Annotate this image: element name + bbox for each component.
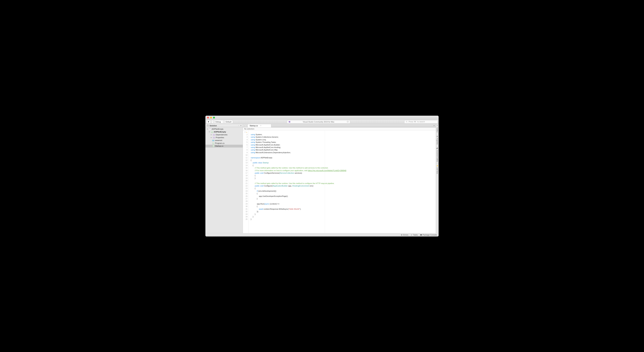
nav-forward-button[interactable]: › [246,125,247,127]
properties-icon: 🗉 [436,135,438,137]
error-icon [401,234,402,236]
dependencies-node[interactable]: ▸ Dependencies [206,133,243,136]
svg-text:C#: C# [212,146,214,147]
wwwroot-node[interactable]: wwwroot [206,139,243,142]
tab-nav: ‹ › [243,124,248,127]
toolbar: Debug › Default Visual Studio Community … [206,120,438,124]
lightbulb-icon[interactable]: ⬥ [246,131,248,133]
disclosure-open-icon[interactable]: ▾ [208,131,210,133]
solution-pad: Solution ▫ × ▾ ASPNetEmpty ▾ C# ASPNetEm… [206,124,243,233]
title-display[interactable]: Visual Studio Community 2019 for Mac ? [287,120,350,124]
csharp-file-icon: C# [212,145,214,147]
solution-node[interactable]: ▾ ASPNetEmpty [206,128,243,131]
program-cs-node[interactable]: C# Program.cs [206,142,243,145]
wwwroot-label: wwwroot [215,139,222,141]
svg-point-3 [406,121,407,122]
target-icon [223,121,225,123]
solution-label: ASPNetEmpty [212,128,224,130]
config-icon [213,121,214,123]
toolbox-label: Toolbox [436,127,438,133]
tests-icon: ⚡ [436,165,438,167]
tab-close-button[interactable]: × [260,125,261,127]
code-editor[interactable]: 1⬥2 3 4 5 6 7 8 9 10 11 12 13 14 15 16 1… [243,131,436,233]
zoom-window-button[interactable] [213,117,215,119]
search-icon [406,121,408,123]
csharp-file-icon: C# [212,142,214,144]
run-config-selector[interactable]: Debug › Default [212,120,233,124]
svg-rect-8 [210,129,210,129]
titlebar [206,116,438,120]
errors-label: Errors [403,234,408,236]
window-controls [206,117,215,119]
svg-rect-5 [207,125,208,126]
body: Solution ▫ × ▾ ASPNetEmpty ▾ C# ASPNetEm… [206,124,438,233]
tab-overflow-button[interactable]: ▼ [433,125,435,127]
config-label: Debug [216,121,221,123]
pad-options-button[interactable]: ▫ [238,125,240,127]
play-icon [208,121,210,123]
editor-tab-startup[interactable]: Startup.cs × [248,124,271,127]
editor-area: ‹ › Startup.cs × ▼ No selection 1⬥2 3 4 … [243,124,436,233]
console-icon [420,234,422,236]
run-button[interactable] [206,120,211,124]
properties-node[interactable]: ▸ Properties [206,136,243,139]
target-label: Default [226,121,232,123]
document-outline-pad-tab[interactable]: 🗊Document Outline [436,146,438,163]
toolbox-icon: T [437,125,438,127]
svg-marker-0 [208,121,209,123]
svg-line-4 [407,122,407,122]
pad-close-button[interactable]: × [240,125,242,127]
solution-pad-icon [206,125,209,127]
svg-text:C#: C# [211,131,213,133]
ide-window: Debug › Default Visual Studio Community … [206,116,438,236]
svg-rect-16 [420,234,422,235]
help-icon[interactable]: ? [347,121,349,123]
svg-text:?: ? [348,121,348,122]
editor-tab-bar: ‹ › Startup.cs × ▼ [243,124,436,128]
folder-icon [213,136,215,139]
breadcrumb-bar[interactable]: No selection [243,128,436,131]
tab-bar-rest: ▼ [271,124,436,127]
toolbox-pad-tab[interactable]: TToolbox [436,124,438,134]
outline-label: Document Outline [436,150,438,162]
startup-cs-node[interactable]: C# Startup.cs [206,145,243,148]
folder-icon [213,134,215,136]
project-label: ASPNetEmpty [214,131,226,133]
chevron-right-icon: › [222,121,222,123]
tasks-label: Tasks [413,234,418,236]
outline-icon: 🗊 [436,148,438,149]
solution-tree: ▾ ASPNetEmpty ▾ C# ASPNetEmpty ▸ Depende… [206,127,243,148]
global-search[interactable]: Press '⌘.' to search [404,120,438,124]
unit-tests-pad-tab[interactable]: ⚡Unit Tests [436,164,438,175]
package-console-status[interactable]: Package Console [420,234,437,236]
csproj-icon: C# [211,131,213,133]
properties-label: Properties [216,137,224,139]
minimize-window-button[interactable] [210,117,212,119]
app-title-label: Visual Studio Community 2019 for Mac [303,121,334,123]
nav-back-button[interactable]: ‹ [244,125,245,127]
solution-pad-title: Solution [210,125,217,127]
line-gutter: 1⬥2 3 4 5 6 7 8 9 10 11 12 13 14 15 16 1… [243,131,249,233]
program-cs-label: Program.cs [215,142,224,144]
check-icon [410,234,412,236]
properties-pad-label: Properties [436,138,438,145]
close-window-button[interactable] [207,117,209,119]
disclosure-open-icon[interactable]: ▾ [206,128,208,130]
solution-icon [209,128,211,130]
web-folder-icon [212,139,214,142]
solution-pad-header: Solution ▫ × [206,124,243,127]
errors-status[interactable]: Errors [401,234,408,236]
package-console-label: Package Console [422,234,437,236]
disclosure-closed-icon[interactable]: ▸ [210,134,212,136]
tasks-status[interactable]: Tasks [410,234,418,236]
tab-label: Startup.cs [250,125,258,127]
visual-studio-icon [288,121,290,123]
properties-pad-tab[interactable]: 🗉Properties [436,134,438,146]
breadcrumb-label: No selection [244,128,254,130]
svg-rect-7 [209,128,211,130]
search-placeholder: Press '⌘.' to search [408,121,425,123]
disclosure-closed-icon[interactable]: ▸ [210,137,212,138]
project-node[interactable]: ▾ C# ASPNetEmpty [206,131,243,133]
dependencies-label: Dependencies [216,134,228,136]
code-content[interactable]: using System; using System.Collections.G… [249,131,436,233]
